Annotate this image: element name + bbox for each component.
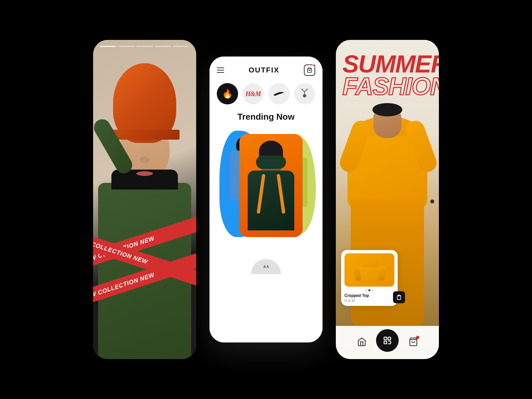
phone1-screen: N NEW COLLECTION NEW NEW C COLLECTION NE… <box>93 40 196 359</box>
summer-hair <box>372 103 402 116</box>
add-to-cart-mini-button[interactable] <box>393 291 405 303</box>
product-image-dots <box>344 289 394 291</box>
phone-outfix-app: OUTFIX 🔥 H&M <box>209 57 323 342</box>
phone-new-collection: N NEW COLLECTION NEW NEW C COLLECTION NE… <box>93 40 196 359</box>
svg-rect-11 <box>388 337 391 340</box>
chevron-up-icon: ∧∧ <box>263 264 269 269</box>
story-dot-4 <box>155 46 171 47</box>
story-dot-2 <box>118 46 134 47</box>
cart-notification-dot <box>313 64 316 67</box>
trending-title: Trending Now <box>209 109 323 127</box>
product-card[interactable]: Cropped Top H & M <box>341 250 398 306</box>
svg-line-8 <box>306 89 307 90</box>
scan-button[interactable] <box>376 329 399 352</box>
trending-cards-area <box>213 127 319 254</box>
deer-icon <box>300 88 310 99</box>
brand-deer[interactable] <box>294 83 316 104</box>
svg-point-1 <box>303 94 306 97</box>
phone3-bottom-nav <box>336 326 439 359</box>
nose <box>140 156 150 163</box>
app-logo: OUTFIX <box>249 66 280 74</box>
fig-hands <box>256 156 286 169</box>
brand-circles-row: 🔥 H&M <box>209 80 323 109</box>
banners: N NEW COLLECTION NEW NEW C COLLECTION NE… <box>93 233 196 299</box>
hamburger-line-3 <box>217 72 224 73</box>
dot-3 <box>372 289 374 291</box>
app-header: OUTFIX <box>209 57 323 80</box>
product-brand: H & M <box>344 299 394 303</box>
hamburger-line-2 <box>217 70 224 70</box>
product-hoodie-icon <box>359 258 380 283</box>
summer-text: SUMMER <box>342 53 432 75</box>
hat-brim <box>110 130 180 140</box>
scroll-indicator <box>430 200 434 203</box>
hamburger-line-1 <box>217 67 224 68</box>
hamburger-menu[interactable] <box>217 67 224 73</box>
mini-hoodie-hood <box>361 258 378 267</box>
story-dot-1 <box>100 46 116 47</box>
cart-add-icon <box>396 294 402 300</box>
svg-rect-12 <box>384 341 387 344</box>
svg-rect-9 <box>398 295 400 296</box>
scan-icon <box>382 335 392 345</box>
banner-text-3: N NEW COLLECTION NEW <box>93 271 155 304</box>
cart-icon <box>307 67 312 73</box>
nike-swoosh-icon <box>274 90 284 97</box>
summer-fashion-title: SUMMER FASHION <box>342 53 432 97</box>
svg-line-3 <box>302 90 305 92</box>
bottom-nav-area: ∧∧ <box>209 254 323 274</box>
dot-2 <box>368 289 370 291</box>
svg-line-4 <box>305 90 307 92</box>
story-dot-5 <box>173 46 190 47</box>
fig-jacket <box>248 171 294 230</box>
nav-arc[interactable]: ∧∧ <box>251 259 281 274</box>
story-dot-3 <box>136 46 153 47</box>
cart-button[interactable] <box>304 65 315 76</box>
cart-badge <box>416 336 419 339</box>
brand-fire[interactable]: 🔥 <box>217 83 238 104</box>
phone3-screen: SUMMER FASHION <box>336 40 439 359</box>
main-trend-card[interactable] <box>239 134 303 237</box>
mini-hoodie-body <box>359 264 380 283</box>
phone2-screen: OUTFIX 🔥 H&M <box>209 57 323 342</box>
cart-button-phone3[interactable] <box>409 337 418 348</box>
lips <box>136 171 153 176</box>
home-icon <box>357 337 366 346</box>
story-progress <box>100 46 190 47</box>
svg-line-6 <box>302 89 303 90</box>
fashion-text: FASHION <box>342 75 432 98</box>
product-image <box>344 253 394 287</box>
product-name: Cropped Top <box>344 293 394 298</box>
dot-1 <box>365 289 367 291</box>
brand-hm[interactable]: H&M <box>243 83 264 104</box>
phone-summer-fashion: SUMMER FASHION <box>336 40 439 359</box>
home-button[interactable] <box>357 337 366 348</box>
fashion-figure <box>98 50 191 243</box>
svg-rect-10 <box>384 337 387 340</box>
orange-card-figure <box>243 137 299 234</box>
brand-nike[interactable] <box>268 83 290 104</box>
